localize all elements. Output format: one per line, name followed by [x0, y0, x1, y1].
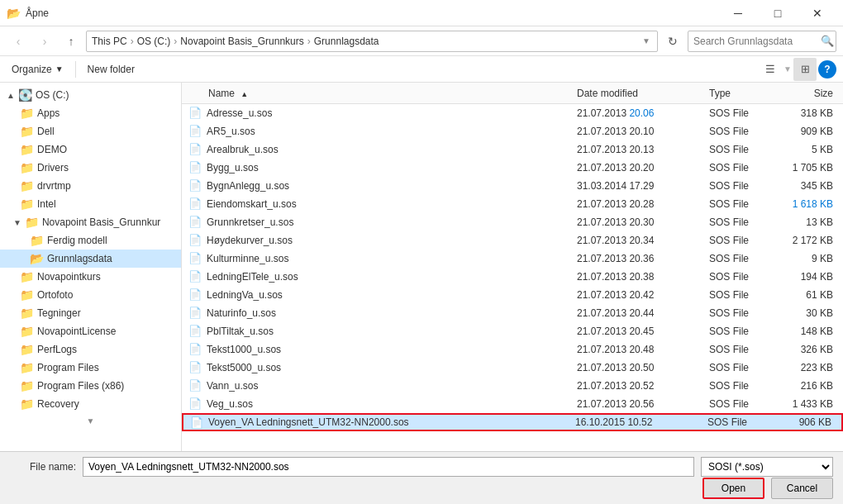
- file-size: 9 KB: [777, 253, 843, 264]
- filetype-select[interactable]: SOSI (*.sos)All files (*.*): [701, 457, 833, 477]
- file-type: SOS File: [702, 271, 777, 283]
- file-size: 326 KB: [777, 344, 843, 355]
- file-row[interactable]: 📄 LedningVa_u.sos 21.07.2013 20.42 SOS F…: [182, 286, 843, 304]
- sort-icon: ▲: [241, 90, 248, 98]
- file-row[interactable]: 📄 Voyen_VA Ledningsnett_UTM32-NN2000.sos…: [182, 413, 843, 431]
- folder-icon: 📁: [20, 197, 34, 211]
- sidebar-drive-label: OS (C:): [36, 89, 69, 101]
- titlebar-controls: ─ □ ✕: [719, 0, 836, 26]
- file-row[interactable]: 📄 BygnAnlegg_u.sos 31.03.2014 17.29 SOS …: [182, 177, 843, 195]
- sidebar-item-novapoint[interactable]: ▼ 📁 Novapoint Basis_Grunnkur: [0, 213, 181, 231]
- file-type: SOS File: [702, 180, 777, 192]
- sidebar-item-program-files-x86[interactable]: 📁 Program Files (x86): [0, 377, 181, 395]
- file-date: 21.07.2013 20.20: [570, 162, 702, 174]
- file-type: SOS File: [702, 253, 777, 264]
- column-date-header[interactable]: Date modified: [570, 88, 702, 99]
- expand-icon: ▼: [13, 218, 21, 227]
- breadcrumb-drive: OS (C:): [137, 36, 171, 47]
- file-row[interactable]: 📄 Tekst1000_u.sos 21.07.2013 20.48 SOS F…: [182, 340, 843, 359]
- file-name: Naturinfo_u.sos: [207, 307, 570, 319]
- sidebar-item-apps[interactable]: 📁 Apps: [0, 104, 181, 122]
- cancel-button[interactable]: Cancel: [771, 478, 833, 499]
- titlebar-left: 📂 Åpne: [7, 7, 49, 20]
- new-folder-button[interactable]: New folder: [83, 59, 140, 80]
- search-input[interactable]: [693, 36, 817, 47]
- file-row[interactable]: 📄 Adresse_u.sos 21.07.2013 20.06 SOS Fil…: [182, 104, 843, 122]
- file-rows-container: 📄 Adresse_u.sos 21.07.2013 20.06 SOS Fil…: [182, 104, 843, 431]
- maximize-button[interactable]: □: [759, 0, 797, 26]
- file-icon: 📄: [188, 161, 202, 174]
- view-preview-button[interactable]: ⊞: [793, 58, 817, 81]
- file-row[interactable]: 📄 AR5_u.sos 21.07.2013 20.10 SOS File 90…: [182, 122, 843, 140]
- file-name: Tekst5000_u.sos: [207, 362, 570, 373]
- file-name: Arealbruk_u.sos: [207, 144, 570, 155]
- sidebar-item-demo[interactable]: 📁 DEMO: [0, 140, 181, 159]
- file-row[interactable]: 📄 Kulturminne_u.sos 21.07.2013 20.36 SOS…: [182, 250, 843, 268]
- file-row[interactable]: 📄 Grunnkretser_u.sos 21.07.2013 20.30 SO…: [182, 213, 843, 231]
- file-row[interactable]: 📄 Bygg_u.sos 21.07.2013 20.20 SOS File 1…: [182, 159, 843, 177]
- file-row[interactable]: 📄 Vann_u.sos 21.07.2013 20.52 SOS File 2…: [182, 377, 843, 395]
- view-buttons: ☰ ▼ ⊞ ?: [759, 58, 836, 81]
- sidebar-item-drive[interactable]: ▲ 💽 OS (C:): [0, 86, 181, 104]
- folder-icon: 📂: [30, 252, 44, 265]
- sidebar-item-dell[interactable]: 📁 Dell: [0, 122, 181, 140]
- file-icon: 📄: [190, 416, 203, 429]
- action-row: Open Cancel: [10, 478, 833, 499]
- file-row[interactable]: 📄 Veg_u.sos 21.07.2013 20.56 SOS File 1 …: [182, 395, 843, 413]
- file-row[interactable]: 📄 Høydekurver_u.sos 21.07.2013 20.34 SOS…: [182, 231, 843, 250]
- file-type: SOS File: [702, 107, 777, 119]
- sidebar-scroll-down-indicator: ▼: [0, 413, 181, 428]
- sidebar-item-ortofoto[interactable]: 📁 Ortofoto: [0, 286, 181, 304]
- breadcrumb[interactable]: This PC › OS (C:) › Novapoint Basis_Grun…: [86, 31, 658, 52]
- window-icon: 📂: [7, 7, 21, 20]
- sidebar-item-grunnlagsdata[interactable]: 📂 Grunnlagsdata: [0, 250, 181, 268]
- open-button[interactable]: Open: [702, 478, 764, 499]
- sidebar-item-label: Dell: [37, 126, 55, 137]
- filename-row: File name: SOSI (*.sos)All files (*.*): [10, 457, 833, 477]
- sidebar-item-perflogs[interactable]: 📁 PerfLogs: [0, 340, 181, 359]
- file-name: AR5_u.sos: [207, 126, 570, 137]
- sidebar-item-drvrtmp[interactable]: 📁 drvrtmp: [0, 177, 181, 195]
- search-box[interactable]: 🔍: [688, 31, 836, 52]
- close-button[interactable]: ✕: [798, 0, 836, 26]
- file-row[interactable]: 📄 PblTiltak_u.sos 21.07.2013 20.45 SOS F…: [182, 322, 843, 340]
- refresh-button[interactable]: ↻: [661, 30, 684, 53]
- sidebar-item-program-files[interactable]: 📁 Program Files: [0, 359, 181, 377]
- file-row[interactable]: 📄 Naturinfo_u.sos 21.07.2013 20.44 SOS F…: [182, 304, 843, 322]
- sidebar-item-recovery[interactable]: 📁 Recovery: [0, 395, 181, 413]
- sidebar-item-ferdig[interactable]: 📁 Ferdig modell: [0, 231, 181, 250]
- sidebar-item-tegninger[interactable]: 📁 Tegninger: [0, 304, 181, 322]
- file-icon: 📄: [188, 325, 202, 337]
- help-button[interactable]: ?: [818, 60, 836, 78]
- column-type-header[interactable]: Type: [702, 88, 777, 99]
- column-size-header[interactable]: Size: [777, 88, 843, 99]
- file-type: SOS File: [702, 162, 777, 174]
- minimize-button[interactable]: ─: [719, 0, 757, 26]
- sidebar-item-novapointkurs[interactable]: 📁 Novapointkurs: [0, 268, 181, 286]
- file-type: SOS File: [702, 235, 777, 246]
- file-row[interactable]: 📄 Tekst5000_u.sos 21.07.2013 20.50 SOS F…: [182, 359, 843, 377]
- file-row[interactable]: 📄 Arealbruk_u.sos 21.07.2013 20.13 SOS F…: [182, 140, 843, 159]
- sidebar-item-drivers[interactable]: 📁 Drivers: [0, 159, 181, 177]
- up-button[interactable]: ↑: [60, 30, 83, 53]
- breadcrumb-sep-2: ›: [174, 36, 177, 47]
- organize-button[interactable]: Organize ▼: [7, 59, 69, 80]
- file-row[interactable]: 📄 LedningElTele_u.sos 21.07.2013 20.38 S…: [182, 268, 843, 286]
- filename-input[interactable]: [83, 457, 694, 477]
- sidebar-item-intel[interactable]: 📁 Intel: [0, 195, 181, 213]
- forward-button[interactable]: ›: [33, 30, 56, 53]
- folder-icon: 📁: [20, 343, 34, 356]
- file-size: 30 KB: [777, 307, 843, 319]
- file-icon: 📄: [188, 179, 202, 192]
- file-type: SOS File: [702, 216, 777, 228]
- scroll-down-icon: ▼: [87, 416, 95, 426]
- view-sep-icon: ▼: [783, 64, 792, 74]
- column-name-header[interactable]: Name ▲: [182, 88, 570, 99]
- back-button[interactable]: ‹: [7, 30, 30, 53]
- file-row[interactable]: 📄 Eiendomskart_u.sos 21.07.2013 20.28 SO…: [182, 195, 843, 213]
- view-details-button[interactable]: ☰: [759, 58, 782, 81]
- sidebar-item-novapointlicense[interactable]: 📁 NovapointLicense: [0, 322, 181, 340]
- file-size: 1 433 KB: [777, 398, 843, 410]
- sidebar-item-label: Recovery: [37, 398, 79, 410]
- file-type: SOS File: [702, 289, 777, 301]
